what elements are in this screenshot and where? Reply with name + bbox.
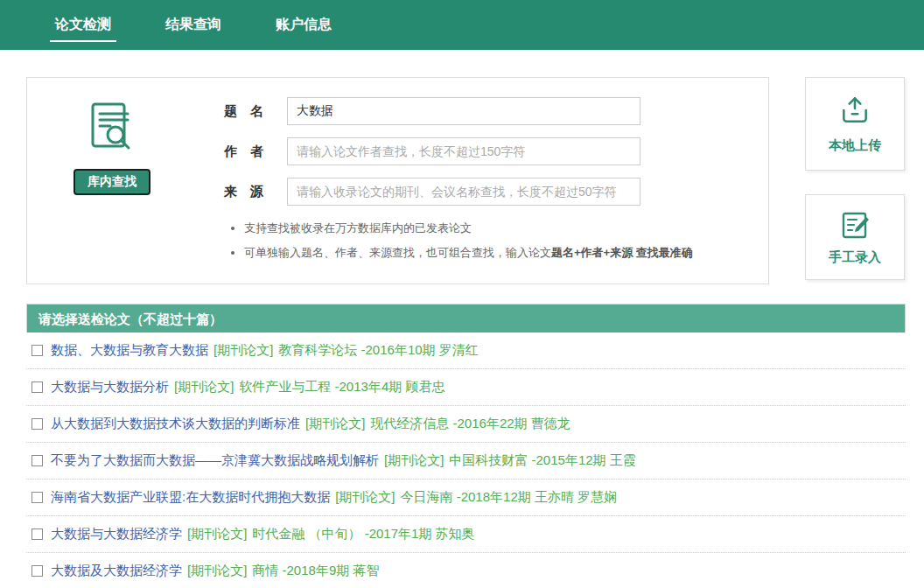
library-search-button[interactable]: 库内查找: [74, 169, 150, 195]
paper-source: 中国科技财富 -2015年12期 王霞: [449, 452, 635, 469]
local-upload-label: 本地上传: [829, 137, 881, 154]
title-field-row: 题 名: [224, 97, 640, 125]
paper-title-link[interactable]: 大数据与大数据分析: [51, 379, 169, 396]
document-search-icon: [89, 101, 133, 153]
tab-result-query[interactable]: 结果查询: [160, 0, 227, 50]
paper-list-item: 数据、大数据与教育大数据 [期刊论文] 教育科学论坛 -2016年10期 罗清红: [26, 332, 906, 369]
author-input[interactable]: [287, 137, 640, 165]
top-nav: 论文检测 结果查询 账户信息: [0, 0, 924, 50]
paper-list-item: 大数据及大数据经济学 [期刊论文] 商情 -2018年9期 蒋智: [26, 553, 906, 588]
paper-title-link[interactable]: 大数据及大数据经济学: [51, 563, 182, 579]
paper-title-link[interactable]: 不要为了大数据而大数据——京津冀大数据战略规划解析: [51, 452, 379, 469]
upload-icon: [838, 94, 872, 127]
paper-type-tag: [期刊论文]: [384, 452, 444, 469]
paper-checkbox[interactable]: [32, 565, 43, 577]
paper-checkbox[interactable]: [32, 382, 43, 393]
paper-source: 时代金融 （中旬） -2017年1期 苏知奥: [252, 526, 474, 542]
tab-paper-check[interactable]: 论文检测: [50, 0, 116, 50]
paper-type-tag: [期刊论文]: [187, 563, 247, 579]
paper-checkbox[interactable]: [32, 455, 43, 466]
paper-type-tag: [期刊论文]: [187, 526, 247, 542]
source-input[interactable]: [287, 178, 640, 206]
local-upload-button[interactable]: 本地上传: [805, 77, 905, 171]
paper-type-tag: [期刊论文]: [174, 379, 234, 396]
source-field-label: 来 源: [224, 184, 287, 200]
paper-checkbox[interactable]: [32, 345, 43, 356]
paper-source: 现代经济信息 -2016年22期 曹德龙: [370, 416, 570, 432]
paper-checkbox[interactable]: [32, 418, 43, 430]
title-input[interactable]: [287, 97, 640, 125]
paper-title-link[interactable]: 数据、大数据与教育大数据: [51, 342, 208, 359]
author-field-label: 作 者: [224, 144, 287, 160]
tab-account-info[interactable]: 账户信息: [270, 0, 337, 50]
paper-title-link[interactable]: 大数据与大数据经济学: [51, 526, 182, 542]
manual-entry-button[interactable]: 手工录入: [805, 194, 905, 280]
manual-entry-icon: [839, 209, 871, 241]
paper-type-tag: [期刊论文]: [214, 342, 273, 359]
paper-list-item: 大数据与大数据分析 [期刊论文] 软件产业与工程 -2013年4期 顾君忠: [26, 369, 906, 406]
paper-list-header: 请选择送检论文（不超过十篇）: [26, 304, 906, 332]
paper-list-item: 大数据与大数据经济学 [期刊论文] 时代金融 （中旬） -2017年1期 苏知奥: [26, 516, 906, 553]
paper-list-item: 从大数据到大数据技术谈大数据的判断标准 [期刊论文] 现代经济信息 -2016年…: [26, 406, 906, 443]
paper-source: 今日海南 -2018年12期 王亦晴 罗慧娴: [401, 489, 618, 506]
author-field-row: 作 者: [224, 137, 640, 165]
paper-type-tag: [期刊论文]: [305, 416, 365, 432]
manual-entry-label: 手工录入: [829, 249, 881, 266]
paper-type-tag: [期刊论文]: [335, 489, 395, 506]
library-search-panel: 库内查找 题 名 作 者 来 源 支持查找被收录在万方数据库内的已发表论文 可单…: [26, 77, 769, 284]
paper-source: 软件产业与工程 -2013年4期 顾君忠: [239, 379, 444, 396]
search-tip-1: 支持查找被收录在万方数据库内的已发表论文: [244, 216, 693, 241]
paper-title-link[interactable]: 从大数据到大数据技术谈大数据的判断标准: [51, 416, 300, 432]
title-field-label: 题 名: [224, 103, 287, 120]
paper-source: 教育科学论坛 -2016年10期 罗清红: [278, 342, 478, 359]
paper-list: 请选择送检论文（不超过十篇） 数据、大数据与教育大数据 [期刊论文] 教育科学论…: [26, 304, 906, 588]
paper-list-item: 不要为了大数据而大数据——京津冀大数据战略规划解析 [期刊论文] 中国科技财富 …: [26, 443, 906, 480]
paper-title-link[interactable]: 海南省大数据产业联盟:在大数据时代拥抱大数据: [51, 489, 330, 506]
paper-source: 商情 -2018年9期 蒋智: [252, 563, 379, 579]
search-tips: 支持查找被收录在万方数据库内的已发表论文 可单独输入题名、作者、来源查找，也可组…: [244, 216, 693, 265]
source-field-row: 来 源: [224, 178, 640, 206]
paper-checkbox[interactable]: [32, 492, 43, 503]
search-tip-2: 可单独输入题名、作者、来源查找，也可组合查找，输入论文题名+作者+来源 查找最准…: [244, 241, 693, 265]
paper-checkbox[interactable]: [32, 528, 43, 540]
paper-list-item: 海南省大数据产业联盟:在大数据时代拥抱大数据 [期刊论文] 今日海南 -2018…: [26, 480, 906, 516]
